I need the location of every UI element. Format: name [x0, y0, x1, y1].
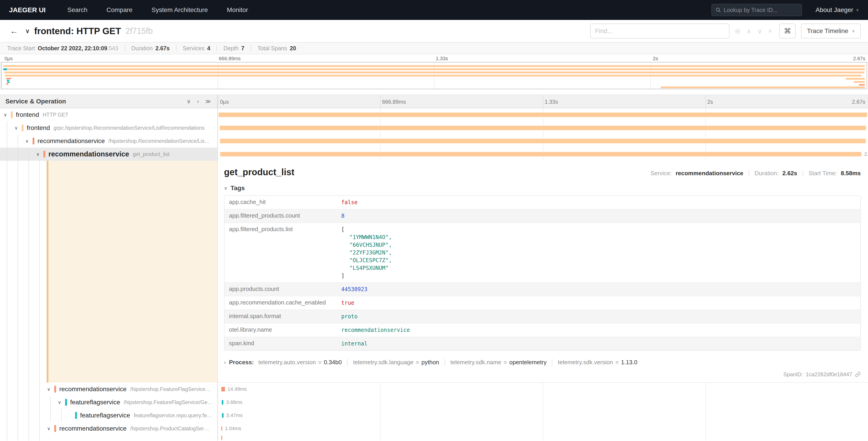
span-id-value: 1ca2262df0e18447	[806, 371, 852, 378]
span-detail-indent	[0, 161, 218, 383]
summary-depth: Depth 7	[217, 45, 244, 52]
minimap-span-bar	[7, 82, 9, 83]
service-operation-header: Service & Operation	[5, 98, 187, 105]
collapse-one-icon[interactable]: ∨	[187, 98, 191, 105]
summary-total-spans: Total Spans 20	[251, 45, 296, 52]
minimap-span-bar	[7, 80, 9, 81]
nav-item-search[interactable]: Search	[67, 6, 88, 13]
chevron-down-icon[interactable]: ∨	[47, 426, 54, 431]
find-next-icon[interactable]: ∨	[757, 27, 762, 35]
trace-view-label: Trace Timeline	[807, 27, 848, 35]
trace-title: frontend: HTTP GET	[34, 26, 121, 36]
tag-row: app.cache_hit false	[224, 196, 860, 209]
service-color-bar	[43, 151, 45, 157]
service-color-bar	[75, 412, 77, 419]
nav-item-compare[interactable]: Compare	[106, 6, 132, 13]
ruler-tick: 2s	[653, 56, 658, 62]
span-detail-title: get_product_list	[224, 167, 651, 177]
minimap-span-bar	[854, 81, 865, 83]
jaeger-trace-page: JAEGER UI Search Compare System Architec…	[0, 0, 868, 441]
expand-one-icon[interactable]: ›	[197, 98, 199, 105]
span-row-partial[interactable]	[0, 435, 868, 441]
span-row-get-product-list[interactable]: ∨ recommendationservice get_product_list…	[0, 148, 868, 161]
ruler-tick: 1.33s	[545, 99, 558, 105]
span-row-frontend-http-get[interactable]: ∨ frontend HTTP GET	[0, 108, 868, 121]
trace-id-lookup-input[interactable]	[724, 7, 798, 13]
tag-row: span.kind internal	[224, 337, 860, 350]
service-color-bar	[22, 124, 24, 131]
chevron-down-icon[interactable]: ∨	[14, 125, 22, 130]
summary-services: Services 4	[176, 45, 211, 52]
trace-header-collapse-icon[interactable]: ∨	[25, 28, 30, 35]
back-button[interactable]: ←	[10, 26, 18, 36]
collapse-all-icon[interactable]: ≫	[205, 98, 211, 105]
span-row-productcatalog-rpc[interactable]: ∨ recommendationservice /hipstershop.Pro…	[0, 422, 868, 435]
chevron-down-icon[interactable]: ∨	[36, 151, 43, 157]
span-bar[interactable]	[221, 387, 225, 391]
span-bar[interactable]	[221, 436, 222, 440]
minimap-span-bar	[859, 84, 865, 86]
service-color-bar	[54, 386, 56, 392]
about-jaeger-menu[interactable]: About Jaeger ∨	[815, 6, 859, 13]
span-bar[interactable]	[222, 413, 223, 418]
span-row-recommendationservice-rpc[interactable]: ∨ recommendationservice /hipstershop.Rec…	[0, 135, 868, 148]
ruler-tick: 666.89ms	[382, 99, 406, 105]
span-bar[interactable]	[219, 113, 867, 117]
about-jaeger-label: About Jaeger	[815, 6, 853, 13]
find-scope-icon[interactable]: ⊖	[735, 27, 741, 35]
process-kv: telemetry.auto.version = 0.34b0	[258, 359, 342, 366]
find-prev-icon[interactable]: ∧	[746, 27, 751, 35]
nav-item-monitor[interactable]: Monitor	[227, 6, 248, 13]
summary-duration: Duration 2.67s	[125, 45, 170, 52]
trace-id-lookup[interactable]	[711, 4, 802, 16]
span-detail-panel: get_product_list Service: recommendation…	[218, 161, 868, 383]
chevron-down-icon: ∨	[224, 185, 227, 191]
caret-down-icon: ∨	[852, 29, 855, 33]
span-row-featureflagservice-repo-query[interactable]: featureflagservice featureflagservice.re…	[0, 409, 868, 422]
search-icon	[715, 7, 721, 13]
minimap-span-bar	[4, 68, 865, 70]
tag-row: app.filtered_products.count 8	[224, 209, 860, 223]
span-row-featureflag-rpc-parent[interactable]: ∨ recommendationservice /hipstershop.Fea…	[0, 383, 868, 396]
service-color-bar	[65, 399, 67, 406]
span-row-featureflagservice-rpc[interactable]: ∨ featureflagservice /hipstershop.Featur…	[0, 396, 868, 409]
process-kv: telemetry.sdk.name = opentelemetry	[445, 359, 547, 366]
chevron-down-icon[interactable]: ∨	[4, 112, 11, 117]
tag-row: internal.span.format proto	[224, 310, 860, 324]
tag-row: app.filtered_products.list [ "1YMWWN1N4O…	[224, 223, 860, 283]
trace-minimap[interactable]	[1, 62, 867, 89]
span-bar[interactable]	[220, 126, 866, 130]
minimap-span-bar	[3, 65, 865, 67]
span-bar[interactable]	[220, 139, 866, 143]
chevron-down-icon[interactable]: ∨	[25, 138, 33, 144]
trace-view-selector[interactable]: Trace Timeline ∨	[801, 24, 861, 38]
detail-duration: Duration: 2.62s	[749, 170, 797, 177]
minimap-span-bar	[3, 68, 7, 70]
span-bar[interactable]	[221, 426, 222, 431]
ruler-tick: 1.33s	[436, 56, 448, 62]
command-icon: ⌘	[784, 27, 791, 35]
app-brand: JAEGER UI	[9, 6, 46, 14]
link-icon[interactable]	[855, 372, 861, 377]
span-detail-row: get_product_list Service: recommendation…	[0, 161, 868, 383]
minimap-span-bar	[846, 78, 865, 80]
nav-item-system-architecture[interactable]: System Architecture	[152, 6, 208, 13]
trace-summary-bar: Trace Start October 22 2022, 22:10:09.54…	[0, 42, 868, 54]
process-kv: telemetry.sdk.language = python	[347, 359, 439, 366]
keyboard-shortcuts-button[interactable]: ⌘	[779, 24, 796, 38]
trace-header: ← ∨ frontend: HTTP GET 2f715fb ⊖ ∧ ∨ × ⌘…	[0, 20, 868, 42]
find-clear-icon[interactable]: ×	[768, 27, 772, 35]
minimap-span-bar	[4, 71, 864, 74]
span-bar[interactable]	[222, 400, 223, 405]
span-row-frontend-listrecommendations[interactable]: ∨ frontend grpc.hipstershop.Recommendati…	[0, 121, 868, 135]
chevron-down-icon[interactable]: ∨	[58, 400, 65, 405]
chevron-down-icon[interactable]: ∨	[47, 386, 54, 392]
ruler-tick: 666.89ms	[219, 56, 241, 62]
span-bar[interactable]	[220, 152, 862, 156]
process-section-toggle[interactable]: › Process: telemetry.auto.version = 0.34…	[224, 359, 861, 366]
minimap-ruler: 0μs 666.89ms 1.33s 2s 2.67s	[0, 54, 868, 62]
tags-section-toggle[interactable]: ∨ Tags	[224, 184, 861, 192]
summary-trace-start: Trace Start October 22 2022, 22:10:09.54…	[7, 45, 118, 52]
find-input[interactable]	[590, 24, 730, 38]
service-color-bar	[33, 138, 34, 144]
